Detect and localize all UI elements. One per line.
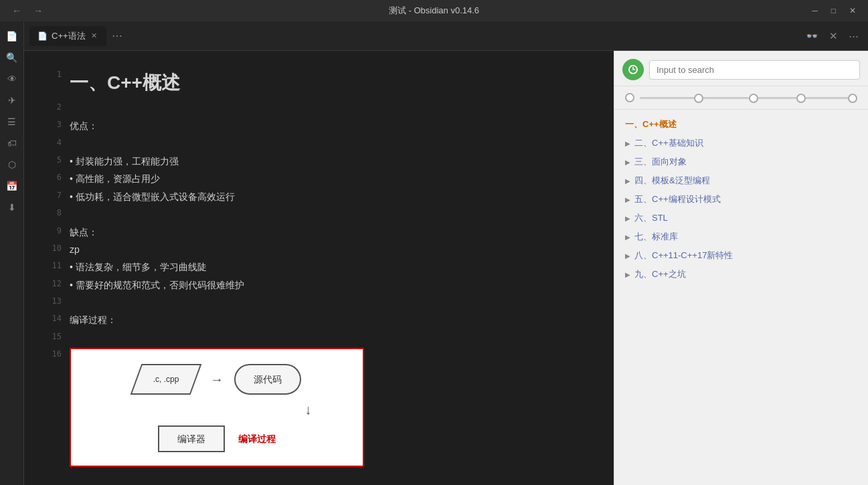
- cons-label: 缺点：: [70, 223, 587, 241]
- editor[interactable]: 1 一、C++概述 2 3 优点： 4: [24, 51, 614, 485]
- slider-thumb-end[interactable]: [848, 94, 857, 103]
- sidebar-icon-eye[interactable]: 👁: [3, 70, 21, 88]
- slider-track[interactable]: [640, 97, 857, 99]
- outline-label-6: 七、标准库: [634, 231, 857, 243]
- sidebar-icon-tag[interactable]: 🏷: [3, 134, 21, 153]
- outline-item-0[interactable]: 一、C++概述: [614, 115, 868, 134]
- sidebar-icon-file[interactable]: 📄: [3, 27, 21, 45]
- reading-mode-btn[interactable]: 👓: [802, 27, 822, 45]
- sidebar-icon-calendar[interactable]: 📅: [3, 177, 21, 195]
- line-3: 3 优点：: [51, 117, 587, 134]
- search-refresh-btn[interactable]: [622, 59, 644, 80]
- line-numbers: 1 一、C++概述 2 3 优点： 4: [51, 67, 587, 468]
- slider-thumb-2[interactable]: [694, 94, 703, 103]
- bullet-4: • 语法复杂，细节多，学习曲线陡: [70, 258, 587, 276]
- sidebar-icon-search[interactable]: 🔍: [3, 48, 21, 67]
- zp-text: zp: [70, 241, 587, 258]
- line-1: 1 一、C++概述: [51, 67, 587, 100]
- outline-arrow-6: ▶: [625, 233, 630, 241]
- outline-label-5: 六、STL: [634, 212, 857, 224]
- slider-thumb-start[interactable]: [625, 93, 634, 102]
- slider-thumb-3[interactable]: [749, 94, 758, 103]
- outline-arrow-4: ▶: [625, 196, 630, 203]
- line-8: 8: [51, 205, 587, 223]
- outline-list: 一、C++概述 ▶ 二、C++基础知识 ▶ 三、面向对象 ▶: [614, 110, 868, 485]
- compile-label: 编译过程：: [70, 311, 587, 328]
- nav-forward[interactable]: →: [29, 4, 47, 17]
- sidebar-icon-download[interactable]: ⬇: [3, 198, 21, 217]
- flow-arrow-1: →: [210, 369, 224, 390]
- tab-bar: 📄 C++语法 ✕ ⋯ 👓 ✕ ⋯: [24, 21, 868, 51]
- line-12: 12 • 需要好的规范和范式，否则代码很难维护: [51, 276, 587, 294]
- outline-arrow-3: ▶: [625, 177, 630, 185]
- nav-back[interactable]: ←: [8, 4, 25, 17]
- tab-file-icon: 📄: [37, 31, 48, 41]
- tab-more-btn[interactable]: ⋯: [112, 29, 122, 42]
- outline-item-4[interactable]: ▶ 五、C++编程设计模式: [614, 190, 868, 209]
- line-4: 4: [51, 135, 587, 153]
- outline-item-3[interactable]: ▶ 四、模板&泛型编程: [614, 171, 868, 190]
- line-9: 9 缺点：: [51, 223, 587, 241]
- line-2: 2: [51, 100, 587, 117]
- flow-arrow-2: →: [298, 404, 320, 417]
- pros-label: 优点：: [70, 117, 587, 134]
- close-btn[interactable]: ✕: [845, 5, 860, 17]
- outline-label-2: 三、面向对象: [634, 156, 857, 168]
- refresh-icon: [628, 64, 638, 75]
- more-options-btn[interactable]: ⋯: [845, 27, 863, 45]
- tab-label: C++语法: [52, 30, 86, 42]
- bullet-5: • 需要好的规范和范式，否则代码很难维护: [70, 276, 587, 294]
- outline-arrow-1: ▶: [625, 140, 630, 147]
- outline-arrow-8: ▶: [625, 271, 630, 278]
- left-sidebar: 📄 🔍 👁 ✈ ☰ 🏷 ⬡ 📅 ⬇: [0, 21, 24, 485]
- line-7: 7 • 低功耗，适合微型嵌入式设备高效运行: [51, 188, 587, 205]
- tab-cpp-syntax[interactable]: 📄 C++语法 ✕: [29, 26, 106, 46]
- outline-label-8: 九、C++之坑: [634, 268, 857, 280]
- minimize-btn[interactable]: ─: [808, 5, 822, 17]
- sidebar-icon-network[interactable]: ⬡: [3, 155, 21, 174]
- line-14: 14 编译过程：: [51, 311, 587, 328]
- bullet-3: • 低功耗，适合微型嵌入式设备高效运行: [70, 188, 587, 205]
- line-5: 5 • 封装能力强，工程能力强: [51, 153, 587, 170]
- bullet-2: • 高性能，资源占用少: [70, 170, 587, 187]
- outline-item-8[interactable]: ▶ 九、C++之坑: [614, 265, 868, 284]
- outline-label-0: 一、C++概述: [625, 118, 857, 130]
- line-16: 16 .c, .cpp: [51, 347, 587, 468]
- close-panel-btn[interactable]: ✕: [825, 27, 842, 45]
- outline-item-6[interactable]: ▶ 七、标准库: [614, 227, 868, 246]
- sidebar-icon-send[interactable]: ✈: [3, 91, 21, 110]
- outline-item-2[interactable]: ▶ 三、面向对象: [614, 153, 868, 171]
- slider-container: [614, 86, 868, 110]
- outline-arrow-5: ▶: [625, 215, 630, 222]
- outline-item-7[interactable]: ▶ 八、C++11-C++17新特性: [614, 246, 868, 265]
- line-11: 11 • 语法复杂，细节多，学习曲线陡: [51, 258, 587, 276]
- slider-thumb-4[interactable]: [796, 94, 806, 103]
- outline-arrow-2: ▶: [625, 159, 630, 166]
- right-panel: ›: [614, 51, 868, 485]
- line-10: 10 zp: [51, 241, 587, 258]
- line-15: 15: [51, 329, 587, 347]
- outline-label-7: 八、C++11-C++17新特性: [634, 250, 857, 262]
- search-bar: [614, 51, 868, 86]
- flowchart-input-label: .c, .cpp: [153, 373, 179, 386]
- search-input[interactable]: [649, 60, 860, 80]
- outline-label-4: 五、C++编程设计模式: [634, 193, 857, 205]
- bullet-1: • 封装能力强，工程能力强: [70, 153, 587, 170]
- tab-close-btn[interactable]: ✕: [90, 30, 98, 41]
- heading-cpp-overview: 一、C++概述: [70, 67, 587, 100]
- outline-label-3: 四、模板&泛型编程: [634, 175, 857, 187]
- flowchart-compiler: 编译器: [158, 425, 225, 452]
- maximize-btn[interactable]: □: [827, 5, 840, 17]
- line-6: 6 • 高性能，资源占用少: [51, 170, 587, 187]
- flowchart-process-label: 编译过程: [238, 431, 276, 446]
- sidebar-icon-list[interactable]: ☰: [3, 112, 21, 131]
- flowchart-source: 源代码: [234, 364, 301, 395]
- line-13: 13: [51, 294, 587, 311]
- outline-arrow-7: ▶: [625, 252, 630, 260]
- outline-item-1[interactable]: ▶ 二、C++基础知识: [614, 134, 868, 153]
- outline-item-5[interactable]: ▶ 六、STL: [614, 209, 868, 227]
- outline-label-1: 二、C++基础知识: [634, 137, 857, 149]
- titlebar: ← → 测试 - Obsidian v0.14.6 ─ □ ✕: [0, 0, 868, 21]
- window-title: 测试 - Obsidian v0.14.6: [389, 5, 479, 17]
